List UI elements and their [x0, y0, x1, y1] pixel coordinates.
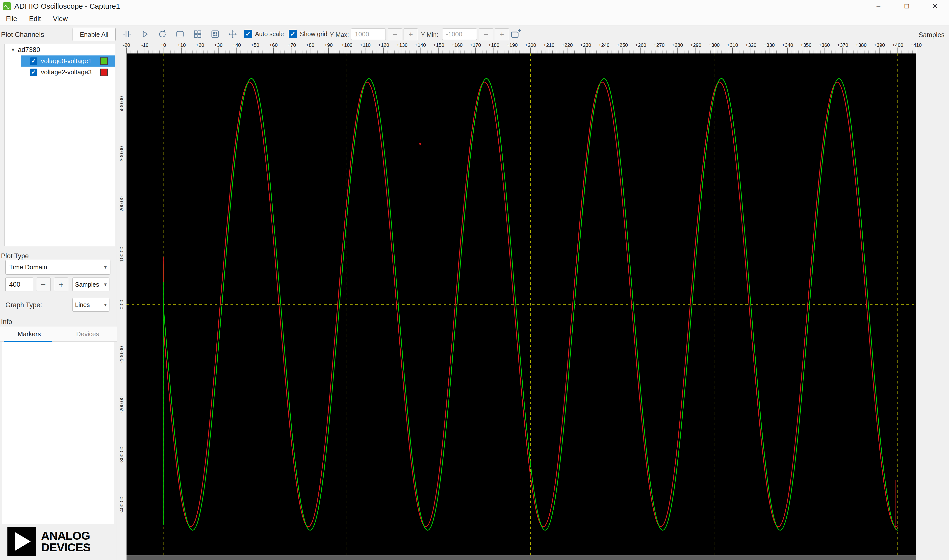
y-min-increment-button[interactable]: + — [495, 28, 509, 40]
sample-count-decrement-button[interactable]: − — [36, 277, 51, 291]
y-tick-label: 0.00 — [119, 300, 125, 309]
svg-text:+90: +90 — [325, 43, 333, 48]
svg-text:+410: +410 — [911, 43, 921, 48]
svg-text:+190: +190 — [506, 43, 518, 48]
analog-devices-logo: ANALOG DEVICES — [8, 527, 90, 556]
scrollbar-thumb[interactable] — [126, 555, 916, 560]
y-max-increment-button[interactable]: + — [404, 28, 418, 40]
svg-text:-10: -10 — [142, 43, 149, 48]
plot-type-dropdown[interactable]: Time Domain ▾ — [5, 260, 111, 275]
svg-text:+30: +30 — [214, 43, 223, 48]
y-tick-label: 100.00 — [119, 246, 125, 262]
sample-count-input[interactable]: 400 — [5, 277, 33, 291]
minimize-button[interactable]: – — [864, 0, 892, 12]
enable-all-button[interactable]: Enable All — [72, 28, 115, 41]
svg-text:+380: +380 — [855, 43, 867, 48]
close-button[interactable]: ✕ — [921, 0, 949, 12]
svg-text:+20: +20 — [196, 43, 204, 48]
svg-text:+70: +70 — [288, 43, 296, 48]
auto-scale-checkbox[interactable]: Auto scale — [244, 30, 284, 38]
app-icon — [3, 2, 11, 10]
graph-type-dropdown[interactable]: Lines ▾ — [72, 298, 109, 312]
checkbox-check-icon — [289, 30, 297, 38]
svg-text:+50: +50 — [251, 43, 259, 48]
svg-text:+280: +280 — [672, 43, 683, 48]
svg-text:+260: +260 — [635, 43, 646, 48]
svg-text:+130: +130 — [396, 43, 408, 48]
svg-text:+220: +220 — [561, 43, 573, 48]
svg-text:+290: +290 — [690, 43, 701, 48]
svg-text:+250: +250 — [617, 43, 628, 48]
horizontal-scrollbar[interactable] — [126, 555, 916, 560]
sample-unit-dropdown[interactable]: Samples ▾ — [72, 277, 109, 291]
capture-pause-icon[interactable] — [121, 28, 134, 40]
markers-panel[interactable] — [2, 342, 114, 524]
title-bar: ADI IIO Oscilloscope - Capture1 – □ ✕ — [0, 0, 949, 12]
y-min-input[interactable]: -1000 — [442, 28, 477, 40]
tab-markers[interactable]: Markers — [0, 326, 58, 342]
tree-expander-icon[interactable]: ▾ — [12, 46, 14, 53]
info-tabs: Markers Devices — [0, 326, 117, 342]
plot-toolbar-icons — [121, 28, 239, 40]
window-title: ADI IIO Oscilloscope - Capture1 — [14, 2, 120, 11]
device-row-ad7380[interactable]: ▾ ad7380 — [5, 44, 115, 55]
capture-play-icon[interactable] — [138, 28, 151, 40]
channel-label: voltage2-voltage3 — [41, 68, 92, 76]
svg-text:+400: +400 — [892, 43, 903, 48]
tab-devices[interactable]: Devices — [58, 326, 117, 342]
svg-text:-20: -20 — [123, 43, 130, 48]
channel-color-swatch[interactable] — [100, 69, 108, 76]
y-max-input[interactable]: 1000 — [351, 28, 386, 40]
svg-text:+340: +340 — [782, 43, 793, 48]
y-tick-label: -300.00 — [119, 447, 125, 463]
y-tick-label: 200.00 — [119, 197, 125, 212]
channel-color-swatch[interactable] — [100, 57, 108, 65]
svg-text:+390: +390 — [874, 43, 885, 48]
pan-move-icon[interactable] — [226, 28, 239, 40]
auto-refresh-icon[interactable] — [156, 28, 169, 40]
svg-text:+300: +300 — [709, 43, 720, 48]
channel-row-voltage0-voltage1[interactable]: voltage0-voltage1 — [21, 55, 115, 66]
maximize-button[interactable]: □ — [892, 0, 921, 12]
show-grid-label: Show grid — [300, 31, 327, 38]
svg-text:+330: +330 — [764, 43, 775, 48]
chevron-down-icon: ▾ — [104, 282, 107, 288]
svg-text:+100: +100 — [341, 43, 352, 48]
auto-scale-label: Auto scale — [255, 31, 284, 38]
sample-count-increment-button[interactable]: + — [54, 277, 68, 291]
sample-unit-value: Samples — [75, 281, 99, 288]
channel-checkbox-icon[interactable] — [30, 57, 37, 65]
adi-triangle-logo-icon — [8, 527, 36, 556]
svg-text:+310: +310 — [727, 43, 738, 48]
svg-text:+270: +270 — [654, 43, 664, 48]
svg-text:+150: +150 — [433, 43, 444, 48]
channel-label: voltage0-voltage1 — [41, 57, 92, 65]
waveform-svg — [126, 54, 916, 555]
plot-settings-icon[interactable] — [209, 28, 221, 40]
channel-row-voltage2-voltage3[interactable]: voltage2-voltage3 — [21, 66, 115, 78]
menu-file[interactable]: File — [0, 12, 23, 26]
svg-text:+160: +160 — [451, 43, 463, 48]
sidebar: ▾ ad7380 voltage0-voltage1 voltage2-volt… — [0, 43, 117, 560]
svg-text:+350: +350 — [800, 43, 811, 48]
plot-layout-icon[interactable] — [191, 28, 204, 40]
svg-text:+110: +110 — [360, 43, 371, 48]
y-min-decrement-button[interactable]: − — [479, 28, 493, 40]
y-max-decrement-button[interactable]: − — [388, 28, 402, 40]
save-plot-icon[interactable] — [174, 28, 186, 40]
svg-text:+180: +180 — [488, 43, 499, 48]
plot-canvas[interactable] — [126, 54, 916, 555]
svg-text:+120: +120 — [378, 43, 389, 48]
svg-text:+10: +10 — [177, 43, 186, 48]
chevron-down-icon: ▾ — [104, 302, 107, 308]
svg-text:+60: +60 — [269, 43, 278, 48]
menu-edit[interactable]: Edit — [23, 12, 47, 26]
show-grid-checkbox[interactable]: Show grid — [289, 30, 327, 38]
svg-text:+360: +360 — [819, 43, 830, 48]
y-axis-labels: 400.00300.00200.00100.000.00-100.00-200.… — [117, 54, 126, 555]
channel-checkbox-icon[interactable] — [30, 69, 37, 76]
menu-view[interactable]: View — [47, 12, 74, 26]
device-name: ad7380 — [18, 46, 40, 54]
add-plot-icon[interactable] — [509, 28, 522, 41]
svg-text:+40: +40 — [232, 43, 241, 48]
